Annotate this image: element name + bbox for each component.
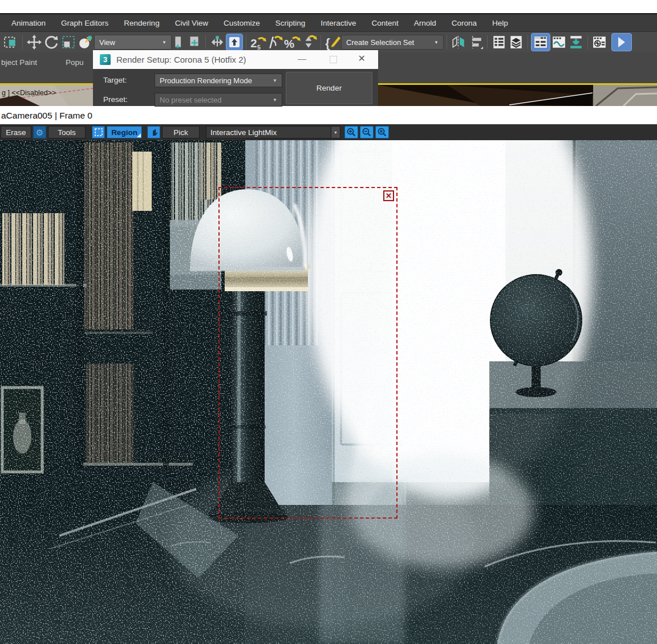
render-region[interactable]: ✕: [218, 187, 398, 519]
mirror-button[interactable]: [450, 34, 467, 51]
3dsmax-window: Animation Graph Editors Rendering Civil …: [0, 0, 657, 644]
shortcut-override-icon: [228, 36, 241, 48]
lightmix-dropdown[interactable]: Interactive LightMix ▼: [206, 126, 340, 138]
preset-value: No preset selected: [160, 96, 221, 104]
camera-frame-label: aCamera005 | Frame 0: [1, 111, 92, 121]
zoom-in-icon: [346, 127, 356, 137]
reference-coordinate-dropdown[interactable]: View ▼: [94, 35, 172, 50]
selection-set-dropdown-label: Create Selection Set: [346, 38, 414, 47]
select-rotate-button[interactable]: [43, 34, 60, 51]
tab-populate[interactable]: Popu: [66, 58, 84, 67]
rendered-frame-window-button[interactable]: [591, 34, 608, 51]
menu-graph-editors[interactable]: Graph Editors: [61, 19, 108, 27]
percent-snap-toggle-button[interactable]: %: [283, 34, 301, 51]
erase-button[interactable]: Erase: [1, 126, 31, 138]
select-place-icon: [78, 35, 93, 50]
3dsmax-logo-icon: 3: [100, 54, 111, 65]
schematic-view-button[interactable]: [550, 34, 567, 51]
select-object-button[interactable]: [2, 34, 19, 51]
layer-explorer-icon: [492, 35, 506, 50]
edit-named-selection-sets-button[interactable]: {: [324, 34, 341, 51]
zoom-reset-button[interactable]: [375, 126, 389, 138]
menu-interactive[interactable]: Interactive: [321, 19, 356, 27]
pick-icon-button[interactable]: [147, 126, 160, 138]
selection-center-icon: [187, 35, 201, 50]
rotate-icon: [44, 35, 59, 50]
keyboard-shortcut-override-button[interactable]: [226, 34, 243, 51]
layers-stack-icon: [509, 35, 524, 50]
named-selection-sets-icon: {: [324, 34, 341, 50]
menu-rendering[interactable]: Rendering: [124, 19, 159, 27]
align-button[interactable]: [467, 34, 484, 51]
select-scale-button[interactable]: [60, 34, 77, 51]
zoom-out-button[interactable]: [360, 126, 374, 138]
region-close-button[interactable]: ✕: [383, 190, 394, 201]
render-production-button[interactable]: [611, 33, 632, 51]
menu-animation[interactable]: Animation: [11, 19, 46, 27]
maximize-button[interactable]: [330, 56, 337, 63]
zoom-in-button[interactable]: [344, 126, 358, 138]
menu-corona[interactable]: Corona: [452, 19, 477, 27]
toggle-layer-explorer-button[interactable]: [508, 34, 525, 51]
target-label: Target:: [103, 76, 127, 84]
dialog-title-bar[interactable]: 3 Render Setup: Corona 5 (Hotfix 2) — ✕: [93, 50, 378, 70]
toolbar-separator: [447, 35, 447, 49]
dialog-title: Render Setup: Corona 5 (Hotfix 2): [116, 55, 246, 64]
preset-dropdown[interactable]: No preset selected ▼: [155, 93, 282, 107]
layer-explorer-button[interactable]: [490, 34, 508, 51]
spinner-snap-icon: [301, 34, 318, 50]
select-manipulate-button[interactable]: [209, 34, 226, 51]
toolbar-separator: [528, 35, 528, 49]
scale-icon: [61, 35, 76, 50]
svg-text:2: 2: [250, 37, 257, 50]
tools-button[interactable]: Tools: [48, 126, 86, 138]
render-setup-dialog: 3 Render Setup: Corona 5 (Hotfix 2) — ✕ …: [93, 50, 378, 106]
svg-text:%: %: [284, 38, 294, 50]
curve-editor-button[interactable]: [531, 33, 550, 51]
viewport-left-image: g ] <<Disabled>>: [0, 85, 93, 106]
vfb-header: aCamera005 | Frame 0: [0, 106, 657, 124]
dialog-body: Target: Production Rendering Mode ▼ Pres…: [93, 69, 378, 106]
select-move-button[interactable]: [26, 34, 43, 51]
menu-scripting[interactable]: Scripting: [275, 19, 306, 27]
toolbar-separator: [487, 35, 488, 49]
menu-customize[interactable]: Customize: [224, 19, 260, 27]
schematic-view-icon: [551, 35, 566, 50]
menu-content[interactable]: Content: [372, 19, 399, 27]
percent-snap-icon: %: [283, 34, 301, 50]
viewport-fragment-right: [378, 85, 657, 106]
hand-pick-icon: [149, 128, 159, 137]
curve-editor-icon: [533, 35, 548, 50]
select-place-button[interactable]: [77, 34, 94, 51]
viewport-fragment-left: g ] <<Disabled>>: [0, 85, 93, 106]
minimize-button[interactable]: —: [298, 54, 306, 63]
angle-snap-toggle-button[interactable]: [266, 34, 283, 51]
target-dropdown[interactable]: Production Rendering Mode ▼: [155, 74, 282, 87]
region-button[interactable]: Region: [107, 126, 142, 138]
region-icon-button[interactable]: [92, 126, 105, 138]
spinner-snap-toggle-button[interactable]: [301, 34, 318, 51]
rendered-frame-window-icon: [592, 35, 607, 50]
menu-arnold[interactable]: Arnold: [414, 19, 436, 27]
render-setup-icon: [569, 35, 583, 50]
chevron-down-icon: ▼: [162, 40, 167, 45]
angle-snap-icon: [266, 34, 283, 50]
toolbar-separator: [22, 35, 23, 49]
render-setup-button[interactable]: [567, 34, 585, 51]
pick-button[interactable]: Pick: [162, 126, 200, 138]
chevron-down-icon: ▼: [434, 40, 439, 45]
use-selection-center-button[interactable]: [185, 34, 202, 51]
menu-help[interactable]: Help: [492, 19, 508, 27]
snap-toggle-25d-button[interactable]: 2 5: [249, 34, 266, 51]
close-button[interactable]: ✕: [358, 53, 366, 64]
menu-civil-view[interactable]: Civil View: [175, 19, 208, 27]
tools-settings-button[interactable]: ⚙: [33, 126, 46, 138]
menu-bar: Animation Graph Editors Rendering Civil …: [0, 14, 657, 31]
mirror-icon: [451, 35, 466, 50]
vfb-toolbar: Erase ⚙ Tools Region Pick Interactive Li…: [0, 124, 657, 140]
preset-label: Preset:: [103, 95, 128, 104]
named-selection-set-dropdown[interactable]: Create Selection Set ▼: [341, 35, 444, 50]
svg-text:{: {: [325, 36, 330, 50]
render-button[interactable]: Render: [286, 72, 372, 104]
tab-object-paint[interactable]: bject Paint: [1, 58, 37, 67]
